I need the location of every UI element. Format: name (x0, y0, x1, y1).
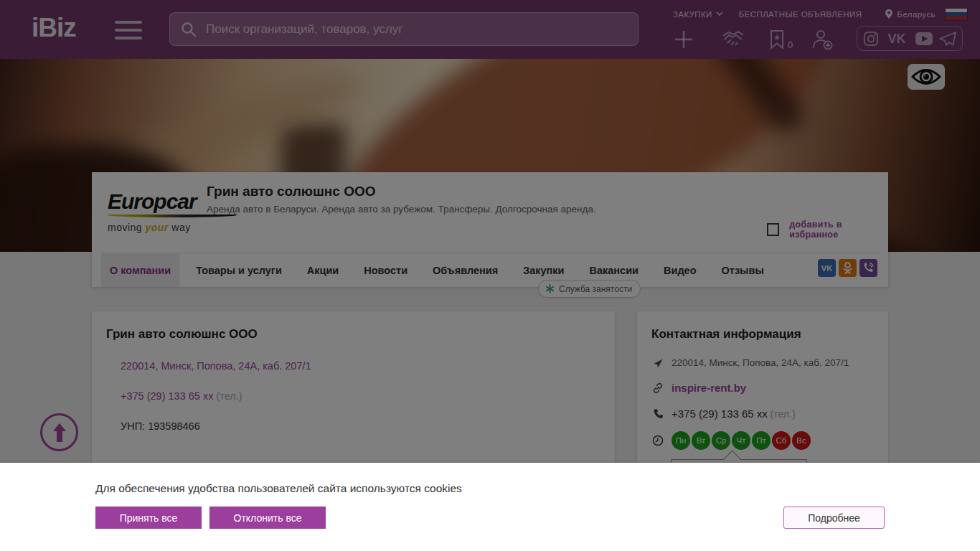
cookie-message: Для обеспечения удобства пользователей с… (95, 482, 462, 495)
cookie-banner: Для обеспечения удобства пользователей с… (0, 463, 980, 551)
cookie-details-button[interactable]: Подробнее (783, 507, 885, 529)
accept-cookies-button[interactable]: Принять все (95, 507, 202, 529)
decline-cookies-button[interactable]: Отклонить все (209, 507, 326, 529)
